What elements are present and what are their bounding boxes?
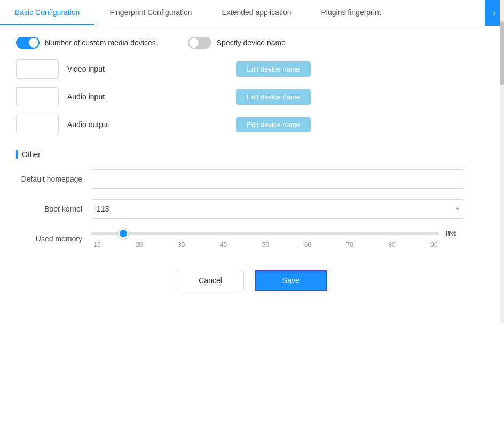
used-memory-field: Used memory 8% 10 20 30 40 50 60 70 80 9…: [16, 229, 488, 248]
slider-ticks: 10 20 30 40 50 60 70 80 90: [91, 241, 464, 248]
video-input-row: ▲ ▼ Video input Edit device name: [16, 59, 488, 79]
default-homepage-field: Default homepage: [16, 169, 488, 189]
tick-10: 10: [92, 241, 103, 248]
boot-kernel-select-wrap: 113 112 111 110 ▾: [91, 199, 464, 219]
other-section-title: Other: [16, 150, 488, 159]
tab-extended-application[interactable]: Extended application: [207, 1, 306, 25]
default-homepage-input[interactable]: [91, 169, 464, 189]
default-homepage-label: Default homepage: [16, 175, 91, 183]
boot-kernel-select[interactable]: 113 112 111 110: [91, 199, 464, 219]
tick-20: 20: [134, 241, 145, 248]
audio-output-spinner[interactable]: ▲ ▼: [16, 115, 59, 134]
tick-60: 60: [302, 241, 313, 248]
audio-input-label: Audio input: [67, 92, 121, 101]
boot-kernel-label: Boot kernel: [16, 205, 91, 213]
device-rows: ▲ ▼ Video input Edit device name ▲ ▼ Aud…: [16, 59, 488, 134]
used-memory-slider[interactable]: [91, 232, 439, 235]
tab-plugins-fingerprint[interactable]: Plugins fingerprint: [306, 1, 396, 25]
audio-output-edit-button[interactable]: Edit device name: [236, 117, 311, 132]
video-edit-device-name-button[interactable]: Edit device name: [236, 61, 311, 77]
audio-input-value[interactable]: [17, 92, 59, 101]
tick-50: 50: [261, 241, 271, 248]
audio-output-row: ▲ ▼ Audio output Edit device name: [16, 115, 488, 134]
tick-90: 90: [429, 241, 439, 248]
used-memory-pct: 8%: [446, 229, 464, 238]
tick-80: 80: [387, 241, 397, 248]
cancel-button[interactable]: Cancel: [177, 270, 244, 291]
slider-row: 8%: [91, 229, 464, 238]
scrollbar-thumb[interactable]: [500, 21, 504, 85]
boot-kernel-field: Boot kernel 113 112 111 110 ▾: [16, 199, 488, 219]
scrollbar-track: [500, 0, 504, 323]
specify-device-label: Specify device name: [217, 38, 286, 47]
custom-media-toggle-group: Number of custom media devices: [16, 37, 156, 49]
used-memory-slider-wrap: 8% 10 20 30 40 50 60 70 80 90: [91, 229, 464, 248]
audio-output-label: Audio output: [67, 120, 121, 129]
video-input-label: Video input: [67, 65, 121, 73]
audio-input-spinner[interactable]: ▲ ▼: [16, 87, 59, 106]
audio-output-value[interactable]: [17, 120, 59, 129]
tab-fingerprint-configuration[interactable]: Fingerprint Configuration: [94, 1, 207, 25]
button-row: Cancel Save: [16, 270, 488, 313]
video-input-spinner[interactable]: ▲ ▼: [16, 59, 59, 79]
save-button[interactable]: Save: [255, 270, 327, 291]
specify-device-toggle-group: Specify device name: [188, 37, 286, 49]
specify-device-toggle[interactable]: [188, 37, 211, 49]
tick-30: 30: [176, 241, 187, 248]
tab-basic-configuration[interactable]: Basic Configuration: [0, 1, 94, 25]
tick-70: 70: [344, 241, 355, 248]
tab-bar: Basic Configuration Fingerprint Configur…: [0, 0, 504, 26]
main-content: Number of custom media devices Specify d…: [0, 26, 504, 323]
audio-input-row: ▲ ▼ Audio input Edit device name: [16, 87, 488, 106]
audio-input-edit-button[interactable]: Edit device name: [236, 89, 311, 105]
video-input-value[interactable]: [17, 65, 59, 73]
custom-media-toggle[interactable]: [16, 37, 40, 49]
custom-media-label: Number of custom media devices: [45, 38, 156, 47]
used-memory-label: Used memory: [16, 235, 91, 243]
toggle-row: Number of custom media devices Specify d…: [16, 37, 488, 49]
tick-40: 40: [218, 241, 229, 248]
